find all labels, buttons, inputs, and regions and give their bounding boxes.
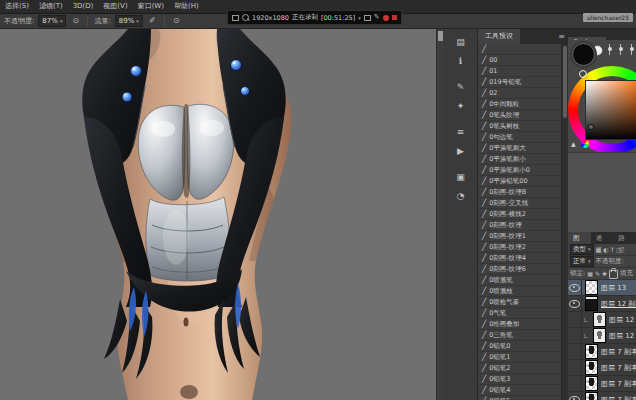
menu-item[interactable]: 滤镜(T) xyxy=(34,0,68,13)
tool-preset-row[interactable]: ╱0刻画-纹理1 xyxy=(478,231,561,242)
tool-preset-row[interactable]: ╱0铅笔1 xyxy=(478,352,561,363)
layer-thumbnail[interactable] xyxy=(593,328,606,343)
tool-presets-tab[interactable]: 工具预设 xyxy=(478,29,520,44)
stop-button[interactable] xyxy=(392,15,397,20)
sv-marker[interactable] xyxy=(588,124,594,130)
filter-kind-icon[interactable]: ▢ xyxy=(616,246,622,253)
visibility-toggle[interactable] xyxy=(568,280,582,295)
flow-input[interactable]: 89% ▾ xyxy=(115,15,143,27)
tool-preset-row[interactable]: ╱0中间颗粒 xyxy=(478,99,561,110)
visibility-toggle[interactable] xyxy=(568,312,582,327)
tool-preset-row[interactable]: ╱0喷溅枝 xyxy=(478,286,561,297)
tool-preset-row[interactable]: ╱00 xyxy=(478,55,561,66)
layer-row[interactable]: ∟图层 12 xyxy=(568,328,636,344)
tool-preset-row[interactable]: ╱0刻画-纹理 xyxy=(478,220,561,231)
lock-kind-icon[interactable]: ✎ xyxy=(595,270,600,277)
layer-name[interactable]: 图层 7 副本 3 xyxy=(601,363,636,373)
layer-thumbnail[interactable] xyxy=(585,376,598,391)
layer-row[interactable]: ∟图层 12 副本 xyxy=(568,312,636,328)
layer-name[interactable]: 图层 12 副本 xyxy=(609,315,636,325)
layers-tab-1[interactable]: 图层 xyxy=(568,232,591,244)
navigator-icon[interactable]: ◔ xyxy=(450,189,472,204)
color-sphere-icon[interactable] xyxy=(581,140,589,148)
pressure-opacity-icon[interactable]: ⊙ xyxy=(70,16,81,25)
layer-name[interactable]: 图层 12 xyxy=(609,331,634,341)
layer-row[interactable]: 图层 12 副本 3 xyxy=(568,296,636,312)
layer-thumbnail[interactable] xyxy=(585,344,598,359)
lock-kind-icon[interactable]: ✚ xyxy=(602,270,607,277)
layer-thumbnail[interactable] xyxy=(585,296,598,311)
brush-presets-icon[interactable]: ✦ xyxy=(450,99,472,114)
layer-name[interactable]: 图层 12 副本 3 xyxy=(601,299,636,309)
tool-preset-row[interactable]: ╱0平涂铅笔00 xyxy=(478,176,561,187)
visibility-toggle[interactable] xyxy=(568,328,582,343)
tool-preset-row[interactable]: ╱0喷溅笔 xyxy=(478,275,561,286)
pen-icon[interactable]: ✎ xyxy=(374,11,380,24)
canvas-scrollbar[interactable] xyxy=(436,29,444,400)
tool-preset-row[interactable]: ╱0铅笔3 xyxy=(478,374,561,385)
info-icon[interactable]: ℹ xyxy=(450,54,472,69)
slider-icon[interactable] xyxy=(606,44,613,55)
layer-name[interactable]: 图层 7 副本 xyxy=(601,395,636,400)
record-button[interactable] xyxy=(383,15,389,21)
panel-menu-icon[interactable]: ≡ xyxy=(558,29,565,44)
layer-thumbnail[interactable] xyxy=(585,360,598,375)
slider-icon[interactable] xyxy=(628,44,635,55)
tool-preset-row[interactable]: ╱0刻画-交叉线 xyxy=(478,198,561,209)
gamut-warning-icon[interactable]: ▲ xyxy=(571,140,576,147)
brush-settings-icon[interactable]: ✎ xyxy=(450,80,472,95)
tool-preset-row[interactable]: ╱0刻画-纹理6 xyxy=(478,264,561,275)
menu-item[interactable]: 3D(D) xyxy=(68,0,99,13)
canvas-scrollbar-thumb[interactable] xyxy=(438,31,443,41)
airbrush-icon[interactable]: ✐ xyxy=(147,16,158,25)
adjustments-icon[interactable]: ▤ xyxy=(450,35,472,50)
tool-preset-row[interactable]: ╱ xyxy=(478,44,561,55)
tool-preset-row[interactable]: ╱0铅笔5 xyxy=(478,396,561,400)
tool-presets-scrollbar[interactable] xyxy=(561,44,568,400)
tool-preset-row[interactable]: ╱0笔头树枝 xyxy=(478,121,561,132)
visibility-toggle[interactable] xyxy=(568,296,582,311)
tool-preset-row[interactable]: ╱0绘画叠加 xyxy=(478,319,561,330)
tool-preset-row[interactable]: ╱0喷枪气雾 xyxy=(478,297,561,308)
visibility-toggle[interactable] xyxy=(568,344,582,359)
tool-preset-row[interactable]: ╱0笔头纹理 xyxy=(478,110,561,121)
actions-icon[interactable]: ▶ xyxy=(450,144,472,159)
layer-thumbnail[interactable] xyxy=(585,280,598,295)
layers-tab-2[interactable]: 通道 xyxy=(591,232,614,244)
tool-preset-row[interactable]: ╱0勾边笔 xyxy=(478,132,561,143)
layer-row[interactable]: 图层 13 xyxy=(568,280,636,296)
visibility-toggle[interactable] xyxy=(568,376,582,391)
tool-preset-row[interactable]: ╱0平涂笔刷小 xyxy=(478,154,561,165)
hue-marker[interactable] xyxy=(579,70,587,78)
layer-name[interactable]: 图层 7 副本 2 xyxy=(601,379,636,389)
tool-preset-row[interactable]: ╱0刻画-纹理4 xyxy=(478,253,561,264)
layer-row[interactable]: 图层 7 副本 4 xyxy=(568,344,636,360)
layer-name[interactable]: 图层 7 副本 4 xyxy=(601,347,636,357)
layer-row[interactable]: 图层 7 副本 3 xyxy=(568,360,636,376)
tool-preset-row[interactable]: ╱019号铅笔 xyxy=(478,77,561,88)
layer-row[interactable]: 图层 7 副本 xyxy=(568,392,636,400)
recorder-dropdown-icon[interactable]: ▾ xyxy=(358,15,361,21)
camera-icon[interactable] xyxy=(364,15,371,21)
tool-preset-row[interactable]: ╱0铅笔2 xyxy=(478,363,561,374)
foreground-color-swatch[interactable] xyxy=(572,43,595,66)
opacity-input[interactable]: 87% ▾ xyxy=(38,15,66,27)
saturation-value-picker[interactable] xyxy=(585,80,636,140)
layer-thumbnail[interactable] xyxy=(585,392,598,400)
filter-kind-icon[interactable]: T xyxy=(610,246,614,253)
tool-preset-row[interactable]: ╱0平涂笔刷大 xyxy=(478,143,561,154)
tool-preset-row[interactable]: ╱01 xyxy=(478,66,561,77)
tool-preset-row[interactable]: ╱0刻画-纹理2 xyxy=(478,242,561,253)
layer-thumbnail[interactable] xyxy=(593,312,606,327)
visibility-toggle[interactable] xyxy=(568,392,582,400)
pressure-size-icon[interactable]: ⊙ xyxy=(171,16,182,25)
layer-row[interactable]: 图层 7 副本 2 xyxy=(568,376,636,392)
tool-preset-row[interactable]: ╱0铅笔4 xyxy=(478,385,561,396)
layer-comps-icon[interactable]: ▣ xyxy=(450,170,472,185)
tool-preset-row[interactable]: ╱0刻画-纹理B xyxy=(478,187,561,198)
blend-mode-select[interactable]: 正常 ▾ xyxy=(570,256,594,267)
canvas[interactable] xyxy=(0,29,436,400)
tool-presets-scrollbar-thumb[interactable] xyxy=(563,46,567,118)
tool-preset-row[interactable]: ╱0铅笔0 xyxy=(478,341,561,352)
visibility-toggle[interactable] xyxy=(568,360,582,375)
